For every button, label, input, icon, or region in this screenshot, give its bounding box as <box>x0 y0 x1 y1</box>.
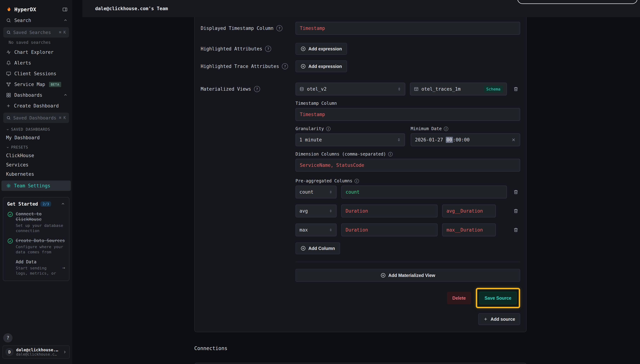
step-desc: Configure where your data comes from <box>16 244 65 254</box>
mv-timestamp-input[interactable]: Timestamp <box>296 108 520 121</box>
chart-icon <box>6 50 11 55</box>
add-materialized-view-button[interactable]: Add Materialized View <box>296 269 520 282</box>
saved-searches-input[interactable]: Saved Searches ⌘ K <box>3 27 69 38</box>
aggregation-expression-input[interactable]: count <box>341 186 507 198</box>
saved-dashboards-shortcut: ⌘ K <box>59 116 66 120</box>
help-button[interactable]: ? <box>3 333 13 342</box>
aggregation-fn-select[interactable]: max <box>296 224 337 236</box>
add-column-button[interactable]: Add Column <box>296 242 340 254</box>
source-settings-panel: Displayed Timestamp Column ? Timestamp H… <box>194 17 527 332</box>
sidebar-item-dashboards[interactable]: Dashboards <box>0 90 72 100</box>
chevron-down-icon <box>6 146 9 149</box>
service-map-label: Service Map <box>14 82 45 87</box>
chevron-up-icon[interactable] <box>61 202 65 206</box>
delete-button[interactable]: Delete <box>447 292 471 304</box>
aggregation-fn-select[interactable]: count <box>296 186 337 198</box>
schema-link[interactable]: Schema <box>484 86 503 92</box>
sidebar-item-chart-explorer[interactable]: Chart Explorer <box>0 47 72 58</box>
save-source-highlight: Save Source <box>476 288 520 308</box>
get-started-card: Get Started 2/3 Connect to ClickHouse Se… <box>3 197 69 281</box>
dimension-columns-input[interactable]: ServiceName, StatusCode <box>296 159 520 172</box>
database-select[interactable]: otel_v2 <box>296 82 405 96</box>
help-icon[interactable]: ? <box>265 46 271 52</box>
sidebar-item-services[interactable]: Services <box>0 160 72 170</box>
save-source-button[interactable]: Save Source <box>479 292 517 304</box>
step-title: Connect to ClickHouse <box>16 211 65 222</box>
sidebar-item-team-settings[interactable]: Team Settings <box>2 180 71 191</box>
aggregation-expression-input[interactable]: Duration <box>341 204 437 218</box>
saved-searches-shortcut: ⌘ K <box>59 30 66 34</box>
help-icon[interactable]: ? <box>282 63 288 69</box>
create-dashboard-button[interactable]: Create Dashboard <box>0 100 72 111</box>
materialized-views-label: Materialized Views ? <box>201 86 296 92</box>
pre-aggregated-row: count count <box>296 186 520 198</box>
chevron-down-icon <box>6 128 9 131</box>
content-scroll-area[interactable]: Displayed Timestamp Column ? Timestamp H… <box>72 17 640 364</box>
chevron-up-icon[interactable] <box>63 93 68 97</box>
beta-badge: BETA <box>49 82 61 87</box>
get-started-header[interactable]: Get Started 2/3 <box>7 201 65 207</box>
divider <box>296 262 520 262</box>
user-menu[interactable]: D dale@clickhouse.… dale@clickhouse.c… <box>3 346 70 359</box>
select-caret-icon <box>397 87 401 91</box>
sidebar-item-kubernetes[interactable]: Kubernetes <box>0 170 72 179</box>
info-icon[interactable]: i <box>355 179 359 183</box>
sidebar-item-clickhouse[interactable]: ClickHouse <box>0 151 72 160</box>
help-icon[interactable]: ? <box>276 25 282 31</box>
client-sessions-label: Client Sessions <box>14 71 56 76</box>
clear-icon[interactable] <box>511 138 516 142</box>
help-icon[interactable]: ? <box>254 86 260 92</box>
aggregation-output-input[interactable]: max__Duration <box>442 224 496 236</box>
search-icon <box>6 18 11 23</box>
highlighted-attributes-label: Highlighted Attributes ? <box>201 46 296 52</box>
trash-icon[interactable] <box>511 187 520 198</box>
displayed-timestamp-input[interactable]: Timestamp <box>296 22 520 35</box>
info-icon[interactable]: i <box>326 126 331 131</box>
granularity-select[interactable]: 1 minute <box>296 133 405 146</box>
sidebar-item-service-map[interactable]: Service Map BETA <box>0 79 72 90</box>
get-started-step-connect[interactable]: Connect to ClickHouse Set up your databa… <box>7 211 65 233</box>
get-started-step-add-data[interactable]: Add Data Start sending logs, metrics, or… <box>7 259 65 276</box>
table-select[interactable]: otel_traces_1m Schema <box>410 82 507 96</box>
circle-plus-icon <box>380 273 386 278</box>
bell-icon <box>6 60 11 66</box>
aggregation-fn-select[interactable]: avg <box>296 204 337 218</box>
add-source-button[interactable]: Add source <box>478 313 520 325</box>
aggregation-expression-input[interactable]: Duration <box>341 224 437 236</box>
search-icon <box>7 30 11 34</box>
alerts-label: Alerts <box>14 60 31 66</box>
saved-searches-placeholder: Saved Searches <box>13 30 51 35</box>
get-started-step-sources[interactable]: Create Data Sources Configure where your… <box>7 238 65 254</box>
add-expression-button[interactable]: Add expression <box>296 60 347 72</box>
saved-dashboards-input[interactable]: Saved Dashboards ⌘ K <box>3 113 69 123</box>
trash-icon[interactable] <box>511 84 520 94</box>
aggregation-output-input[interactable]: avg__Duration <box>442 204 496 218</box>
selected-date-segment[interactable]: 00 <box>446 137 453 143</box>
sidebar-item-my-dashboard[interactable]: My Dashboard <box>0 133 72 142</box>
main-area: dale@clickhouse.com's Team Displayed Tim… <box>72 0 640 364</box>
presets-group-header[interactable]: PRESETS <box>0 142 72 151</box>
info-icon[interactable]: i <box>444 126 448 131</box>
step-desc: Start sending logs, metrics, or <box>16 266 60 276</box>
circle-plus-icon <box>301 246 306 251</box>
create-dashboard-label: Create Dashboard <box>14 103 59 108</box>
app-root: HyperDX Search Saved Searches ⌘ K No sav… <box>0 0 640 364</box>
sidebar-collapse-icon[interactable] <box>62 7 68 12</box>
add-expression-button[interactable]: Add expression <box>296 43 347 55</box>
highlighted-trace-attributes-label: Highlighted Trace Attributes ? <box>201 63 296 69</box>
trash-icon[interactable] <box>511 206 520 216</box>
sidebar-item-alerts[interactable]: Alerts <box>0 58 72 68</box>
select-caret-icon <box>329 190 333 194</box>
sidebar-search-label: Search <box>14 18 31 23</box>
minimum-date-input[interactable]: 2026-01-27 00:00:00 <box>411 133 520 146</box>
chevron-up-icon[interactable] <box>63 18 68 22</box>
spotlight-search-overlay[interactable] <box>517 0 637 4</box>
saved-dashboards-group-header[interactable]: SAVED DASHBOARDS <box>0 124 72 133</box>
trash-icon[interactable] <box>511 224 520 235</box>
no-saved-searches-note: No saved searches <box>0 39 72 47</box>
sidebar-item-client-sessions[interactable]: Client Sessions <box>0 68 72 79</box>
check-circle-icon <box>7 238 13 244</box>
sidebar-item-search[interactable]: Search <box>0 15 72 26</box>
arrow-right-icon: → <box>62 265 65 270</box>
info-icon[interactable]: i <box>388 152 393 156</box>
